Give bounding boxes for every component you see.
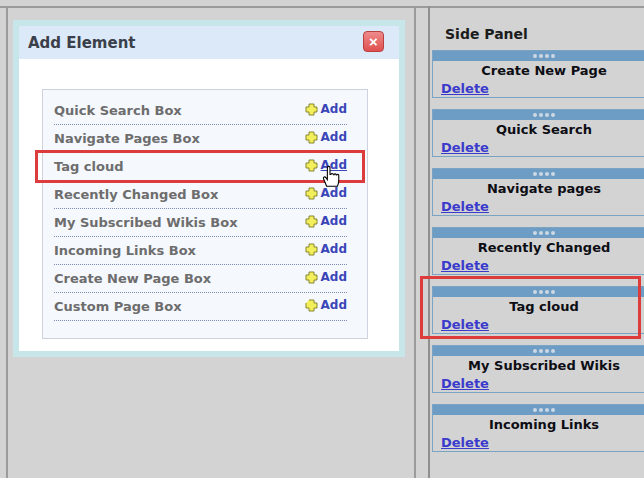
add-action: Add (305, 102, 347, 116)
drag-dot-icon (539, 113, 543, 117)
drag-dot-icon (551, 113, 555, 117)
element-row-create-new-page-box: Create New Page Box Add (54, 265, 347, 293)
add-plus-icon (305, 103, 318, 116)
widget-recently-changed: Recently Changed Delete (432, 227, 644, 275)
drag-dot-icon (533, 231, 537, 235)
add-action: Add (305, 242, 347, 256)
drag-handle[interactable] (433, 169, 644, 179)
delete-link[interactable]: Delete (441, 140, 489, 155)
add-link[interactable]: Add (321, 130, 347, 144)
drag-dot-icon (545, 231, 549, 235)
content-divider-line (414, 6, 416, 478)
widget-incoming-links: Incoming Links Delete (432, 404, 644, 452)
drag-dot-icon (545, 172, 549, 176)
element-row-quick-search-box: Quick Search Box Add (54, 97, 347, 125)
drag-dot-icon (533, 172, 537, 176)
close-icon: × (369, 34, 378, 49)
delete-link[interactable]: Delete (441, 258, 489, 273)
drag-dot-icon (539, 54, 543, 58)
highlight-rect-side-panel-tag-cloud (420, 276, 641, 339)
add-link[interactable]: Add (321, 298, 347, 312)
element-row-navigate-pages-box: Navigate Pages Box Add (54, 125, 347, 153)
widget-title: My Subscribed Wikis (433, 358, 644, 373)
add-link[interactable]: Add (321, 270, 347, 284)
add-link[interactable]: Add (321, 186, 347, 200)
element-row-custom-page-box: Custom Page Box Add (54, 293, 347, 321)
element-label: Custom Page Box (54, 299, 182, 314)
element-label: Navigate Pages Box (54, 131, 200, 146)
widget-quick-search: Quick Search Delete (432, 109, 644, 157)
drag-dot-icon (545, 113, 549, 117)
drag-dot-icon (533, 54, 537, 58)
side-panel-title: Side Panel (445, 26, 528, 42)
add-link[interactable]: Add (321, 214, 347, 228)
dialog-title: Add Element (28, 34, 136, 52)
add-plus-icon (305, 299, 318, 312)
element-row-incoming-links-box: Incoming Links Box Add (54, 237, 347, 265)
add-plus-icon (305, 271, 318, 284)
add-action: Add (305, 130, 347, 144)
delete-link[interactable]: Delete (441, 376, 489, 391)
drag-dot-icon (551, 349, 555, 353)
drag-handle[interactable] (433, 51, 644, 61)
widget-title: Recently Changed (433, 240, 644, 255)
element-list: Quick Search Box Add Navigate Pages Box … (42, 89, 368, 339)
add-action: Add (305, 298, 347, 312)
drag-handle[interactable] (433, 110, 644, 120)
element-label: Create New Page Box (54, 271, 211, 286)
side-panel-border-line (428, 6, 430, 478)
add-plus-icon (305, 215, 318, 228)
element-label: Incoming Links Box (54, 243, 196, 258)
drag-handle[interactable] (433, 405, 644, 415)
drag-dot-icon (539, 408, 543, 412)
delete-link[interactable]: Delete (441, 199, 489, 214)
add-action: Add (305, 186, 347, 200)
drag-dot-icon (551, 172, 555, 176)
drag-dot-icon (539, 231, 543, 235)
element-row-my-subscribed-wikis-box: My Subscribed Wikis Box Add (54, 209, 347, 237)
add-link[interactable]: Add (321, 242, 347, 256)
element-label: My Subscribed Wikis Box (54, 215, 238, 230)
drag-handle[interactable] (433, 228, 644, 238)
top-border-line (0, 6, 644, 8)
element-row-recently-changed-box: Recently Changed Box Add (54, 181, 347, 209)
drag-dot-icon (545, 349, 549, 353)
drag-handle[interactable] (433, 346, 644, 356)
widget-title: Navigate pages (433, 181, 644, 196)
drag-dot-icon (539, 172, 543, 176)
add-action: Add (305, 214, 347, 228)
drag-dot-icon (551, 408, 555, 412)
add-element-dialog: Add Element × Quick Search Box Add Navig… (13, 20, 405, 357)
drag-dot-icon (545, 408, 549, 412)
delete-link[interactable]: Delete (441, 435, 489, 450)
close-button[interactable]: × (363, 31, 384, 52)
widget-my-subscribed-wikis: My Subscribed Wikis Delete (432, 345, 644, 393)
dialog-header: Add Element × (19, 26, 399, 59)
drag-dot-icon (551, 231, 555, 235)
drag-dot-icon (545, 54, 549, 58)
drag-dot-icon (551, 54, 555, 58)
drag-dot-icon (533, 349, 537, 353)
highlight-rect-dialog-tag-cloud-row (35, 150, 365, 183)
widget-title: Create New Page (433, 63, 644, 78)
add-link[interactable]: Add (321, 102, 347, 116)
widget-navigate-pages: Navigate pages Delete (432, 168, 644, 216)
widget-title: Incoming Links (433, 417, 644, 432)
element-label: Recently Changed Box (54, 187, 218, 202)
add-plus-icon (305, 243, 318, 256)
drag-dot-icon (533, 408, 537, 412)
add-plus-icon (305, 187, 318, 200)
widget-title: Quick Search (433, 122, 644, 137)
drag-dot-icon (533, 113, 537, 117)
left-border-line (6, 6, 8, 478)
delete-link[interactable]: Delete (441, 81, 489, 96)
drag-dot-icon (539, 349, 543, 353)
widget-create-new-page: Create New Page Delete (432, 50, 644, 98)
dialog-inner: Add Element × Quick Search Box Add Navig… (19, 26, 399, 351)
element-label: Quick Search Box (54, 103, 182, 118)
add-action: Add (305, 270, 347, 284)
screen: Add Element × Quick Search Box Add Navig… (0, 0, 644, 478)
add-plus-icon (305, 131, 318, 144)
